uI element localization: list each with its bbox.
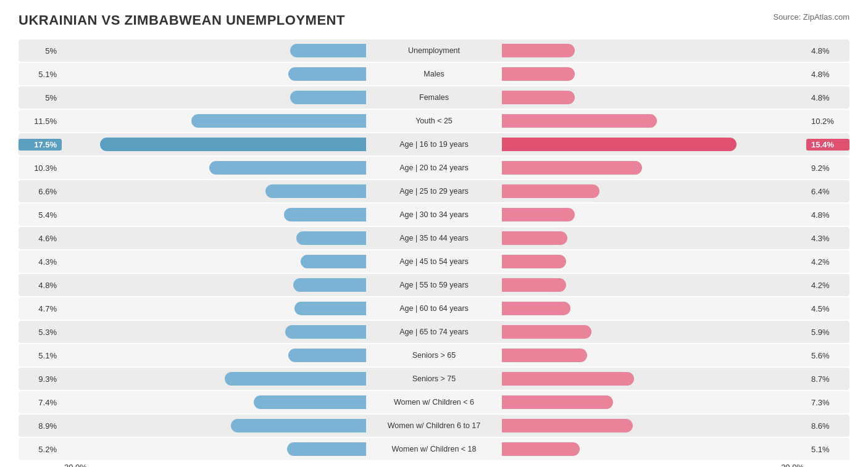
left-bar-area: [62, 110, 366, 132]
chart-row: 10.3% Age | 20 to 24 years 9.2%: [19, 157, 849, 179]
left-bar-area: [62, 180, 366, 202]
right-value: 8.7%: [806, 374, 849, 384]
right-bar-area: [502, 180, 806, 202]
left-value: 9.3%: [19, 374, 62, 384]
right-bar-area: [502, 297, 806, 320]
left-value: 4.6%: [19, 234, 62, 243]
row-label: Age | 65 to 74 years: [366, 328, 502, 336]
row-label: Youth < 25: [366, 117, 502, 125]
left-bar: [293, 278, 366, 292]
left-bar-area: [62, 344, 366, 366]
chart-row: 11.5% Youth < 25 10.2%: [19, 110, 849, 132]
left-bar-area: [62, 321, 366, 343]
right-value: 4.8%: [806, 93, 849, 102]
chart-row: 17.5% Age | 16 to 19 years 15.4%: [19, 133, 849, 155]
left-bar: [231, 419, 366, 432]
right-bar: [502, 114, 657, 128]
chart-source: Source: ZipAtlas.com: [773, 12, 849, 22]
left-value: 7.4%: [19, 398, 62, 407]
chart-row: 7.4% Women w/ Children < 6 7.3%: [19, 391, 849, 413]
chart-row: 4.8% Age | 55 to 59 years 4.2%: [19, 274, 849, 296]
right-bar: [502, 91, 575, 104]
left-bar-area: [62, 391, 366, 413]
left-value: 5.1%: [19, 70, 62, 79]
left-bar: [209, 161, 366, 175]
right-value: 7.3%: [806, 398, 849, 407]
left-value: 5%: [19, 46, 62, 56]
row-label: Age | 55 to 59 years: [366, 281, 502, 289]
left-value: 8.9%: [19, 421, 62, 431]
row-label: Seniors > 65: [366, 351, 502, 360]
left-value: 6.6%: [19, 187, 62, 196]
chart-row: 9.3% Seniors > 75 8.7%: [19, 368, 849, 390]
chart-row: 5.2% Women w/ Children < 18 5.1%: [19, 438, 849, 460]
left-bar-area: [62, 250, 366, 273]
row-label: Age | 16 to 19 years: [366, 140, 502, 149]
right-bar: [502, 395, 613, 409]
row-label: Age | 30 to 34 years: [366, 210, 502, 219]
row-label: Unemployment: [366, 46, 502, 55]
right-bar: [502, 44, 575, 57]
left-bar-area: [62, 86, 366, 109]
left-bar: [285, 325, 366, 339]
right-bar: [502, 255, 566, 268]
row-label: Age | 45 to 54 years: [366, 257, 502, 266]
axis-row: 20.0% 20.0%: [19, 463, 849, 467]
right-bar: [502, 442, 580, 456]
left-bar-area: [62, 274, 366, 296]
chart-row: 6.6% Age | 25 to 29 years 6.4%: [19, 180, 849, 202]
left-bar-area: [62, 39, 366, 62]
left-bar: [254, 395, 366, 409]
right-bar-area: [502, 63, 806, 85]
right-bar: [502, 349, 587, 362]
right-value: 5.9%: [806, 328, 849, 337]
left-bar-area: [62, 204, 366, 226]
left-value: 5%: [19, 93, 62, 102]
right-bar: [502, 231, 567, 245]
right-value: 8.6%: [806, 421, 849, 431]
chart-row: 5.1% Males 4.8%: [19, 63, 849, 85]
right-value: 4.8%: [806, 70, 849, 79]
right-bar-area: [502, 274, 806, 296]
row-label: Age | 60 to 64 years: [366, 304, 502, 313]
left-bar: [288, 349, 366, 362]
right-bar: [502, 302, 570, 315]
axis-left-area: 20.0%: [62, 463, 366, 467]
right-bar-area: [502, 39, 806, 62]
chart-row: 4.6% Age | 35 to 44 years 4.3%: [19, 227, 849, 249]
right-value: 4.8%: [806, 46, 849, 56]
left-bar: [288, 67, 366, 81]
right-value: 10.2%: [806, 117, 849, 126]
left-bar-area: [62, 438, 366, 460]
row-label: Seniors > 75: [366, 374, 502, 383]
right-bar: [502, 372, 634, 386]
left-bar-area: [62, 227, 366, 249]
right-bar: [502, 325, 591, 339]
left-bar: [301, 255, 366, 268]
chart-row: 4.7% Age | 60 to 64 years 4.5%: [19, 297, 849, 320]
right-value: 4.2%: [806, 281, 849, 290]
right-bar-area: [502, 86, 806, 109]
chart-row: 5.4% Age | 30 to 34 years 4.8%: [19, 204, 849, 226]
left-bar: [290, 91, 366, 104]
right-bar-area: [502, 415, 806, 437]
right-bar-area: [502, 391, 806, 413]
right-value: 15.4%: [806, 139, 849, 151]
row-label: Women w/ Children 6 to 17: [366, 421, 502, 430]
left-value: 5.3%: [19, 328, 62, 337]
row-label: Age | 25 to 29 years: [366, 187, 502, 196]
left-bar: [294, 302, 366, 315]
right-bar-area: [502, 157, 806, 179]
chart-row: 4.3% Age | 45 to 54 years 4.2%: [19, 250, 849, 273]
right-bar-area: [502, 227, 806, 249]
row-label: Women w/ Children < 6: [366, 398, 502, 407]
right-bar-area: [502, 368, 806, 390]
left-bar-area: [62, 297, 366, 320]
left-bar-area: [62, 157, 366, 179]
left-bar: [287, 442, 366, 456]
row-label: Women w/ Children < 18: [366, 445, 502, 453]
left-value: 11.5%: [19, 117, 62, 126]
row-label: Age | 20 to 24 years: [366, 163, 502, 172]
left-bar-area: [62, 415, 366, 437]
right-bar-area: [502, 438, 806, 460]
